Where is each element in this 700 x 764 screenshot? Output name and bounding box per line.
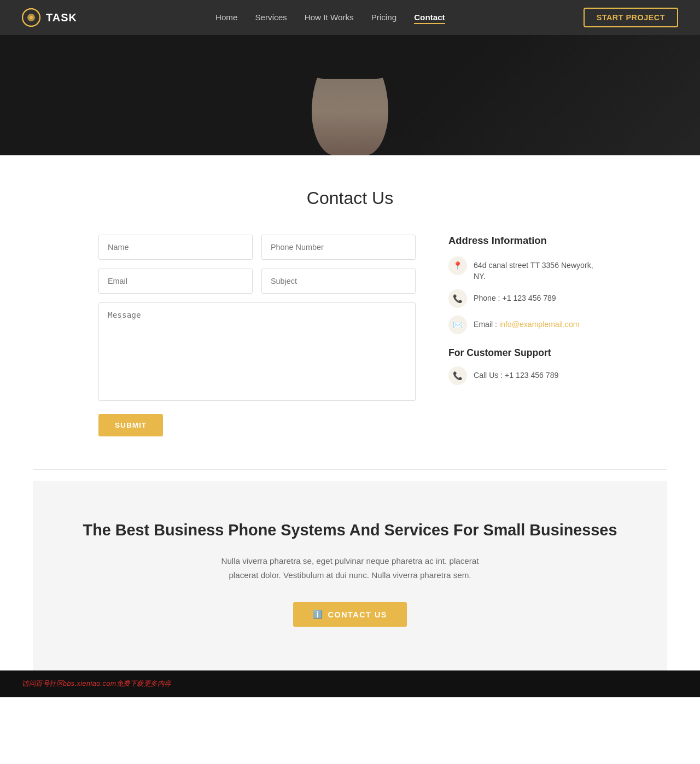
email-label: Email : xyxy=(474,320,499,329)
watermark: 访问百号社区bbs.xieniao.com免费下载更多内容 xyxy=(0,670,700,697)
map-pin-icon: 📍 xyxy=(453,261,463,271)
message-input[interactable] xyxy=(98,302,416,401)
nav-item-home[interactable]: Home xyxy=(215,13,238,22)
svg-point-2 xyxy=(30,16,33,19)
hero-section xyxy=(0,35,700,155)
submit-button[interactable]: SUBMIT xyxy=(98,414,163,436)
logo-icon xyxy=(22,8,40,27)
form-row-2 xyxy=(98,269,416,294)
contact-heading: Contact Us xyxy=(98,188,602,208)
email-item: ✉️ Email : info@examplemail.com xyxy=(448,316,602,334)
nav-item-contact[interactable]: Contact xyxy=(414,13,445,22)
phone-text: Phone : +1 123 456 789 xyxy=(474,289,556,304)
address-icon-wrap: 📍 xyxy=(448,256,467,275)
email-link[interactable]: info@examplemail.com xyxy=(499,320,580,329)
nav-item-services[interactable]: Services xyxy=(255,13,287,22)
logo-text: TASK xyxy=(46,11,77,24)
hero-overlay xyxy=(0,35,700,155)
contact-section: Contact Us SUBMIT Address Information 📍 … xyxy=(77,155,623,458)
support-call-item: 📞 Call Us : +1 123 456 789 xyxy=(448,366,602,385)
email-icon-wrap: ✉️ xyxy=(448,316,467,334)
email-input[interactable] xyxy=(98,269,253,294)
watermark-text: 访问百号社区bbs.xieniao.com免费下载更多内容 xyxy=(22,680,171,687)
logo[interactable]: TASK xyxy=(22,8,77,27)
email-text: Email : info@examplemail.com xyxy=(474,316,579,330)
address-info-title: Address Information xyxy=(448,235,602,247)
address-item: 📍 64d canal street TT 3356 Newyork, NY. xyxy=(448,256,602,282)
contact-us-button[interactable]: ℹ️ CONTACT US xyxy=(293,602,407,627)
support-phone-icon-wrap: 📞 xyxy=(448,366,467,385)
subject-input[interactable] xyxy=(261,269,416,294)
support-title: For Customer Support xyxy=(448,347,602,359)
support-phone-icon: 📞 xyxy=(453,371,463,381)
email-icon: ✉️ xyxy=(453,320,463,330)
nav-item-how-it-works[interactable]: How It Works xyxy=(305,13,354,22)
form-row-1 xyxy=(98,235,416,260)
nav-links: Home Services How It Works Pricing Conta… xyxy=(215,13,445,22)
phone-icon-wrap: 📞 xyxy=(448,289,467,308)
contact-form: SUBMIT xyxy=(98,235,416,436)
navbar: TASK Home Services How It Works Pricing … xyxy=(0,0,700,35)
phone-icon: 📞 xyxy=(453,294,463,304)
cta-section: The Best Business Phone Systems And Serv… xyxy=(33,481,667,670)
support-call-text: Call Us : +1 123 456 789 xyxy=(474,366,558,381)
name-input[interactable] xyxy=(98,235,253,260)
contact-us-icon: ℹ️ xyxy=(313,610,324,619)
address-text: 64d canal street TT 3356 Newyork, NY. xyxy=(474,256,602,282)
contact-info: Address Information 📍 64d canal street T… xyxy=(448,235,602,393)
contact-us-label: CONTACT US xyxy=(328,610,387,619)
cta-description: Nulla viverra pharetra se, eget pulvinar… xyxy=(208,554,492,582)
phone-item: 📞 Phone : +1 123 456 789 xyxy=(448,289,602,308)
contact-grid: SUBMIT Address Information 📍 64d canal s… xyxy=(98,235,602,436)
cta-title: The Best Business Phone Systems And Serv… xyxy=(55,519,645,541)
nav-item-pricing[interactable]: Pricing xyxy=(371,13,396,22)
start-project-button[interactable]: START PROJECT xyxy=(584,8,678,27)
phone-input[interactable] xyxy=(261,235,416,260)
section-divider xyxy=(33,469,667,470)
